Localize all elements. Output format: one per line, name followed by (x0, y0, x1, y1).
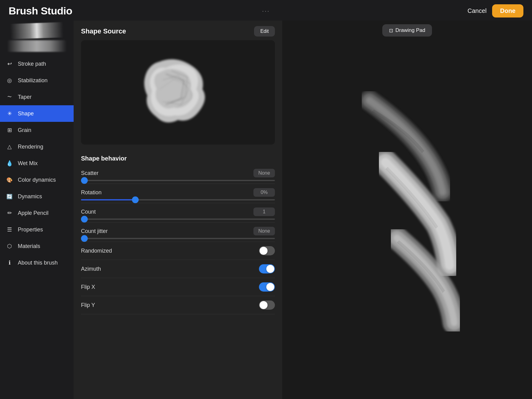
cancel-button[interactable]: Cancel (468, 7, 487, 14)
flip-y-toggle[interactable] (259, 300, 275, 310)
count-slider[interactable] (81, 219, 275, 220)
grain-icon: ⊞ (6, 126, 13, 134)
sidebar: ↩ Stroke path ◎ Stabilization 〜 Taper ✳ … (0, 21, 74, 399)
rotation-slider[interactable] (81, 199, 275, 200)
materials-icon: ⬡ (6, 242, 13, 250)
brush-strokes-canvas (282, 40, 532, 399)
control-count-jitter: Count jitter None (81, 223, 275, 242)
center-panel: Shape Source Edit (74, 21, 282, 399)
drawing-pad-icon: ⊡ (389, 28, 393, 33)
sidebar-label-shape: Shape (18, 110, 34, 117)
rotation-fill (81, 199, 135, 200)
control-scatter: Scatter None (81, 165, 275, 184)
toggle-row-azimuth: Azimuth (81, 260, 275, 278)
app-title: Brush Studio (9, 5, 72, 17)
toggle-row-flip-y: Flip Y (81, 296, 275, 314)
wet-mix-icon: 💧 (6, 159, 13, 167)
sidebar-item-dynamics[interactable]: 🔄 Dynamics (0, 188, 74, 205)
sidebar-label-stroke-path: Stroke path (18, 61, 46, 67)
sidebar-item-rendering[interactable]: △ Rendering (0, 138, 74, 155)
sidebar-item-about[interactable]: ℹ About this brush (0, 254, 74, 271)
scatter-label: Scatter (81, 170, 98, 176)
sidebar-label-color-dynamics: Color dynamics (18, 177, 56, 183)
randomized-label: Randomized (81, 248, 112, 254)
count-jitter-label: Count jitter (81, 228, 108, 234)
toggle-row-flip-x: Flip X (81, 278, 275, 296)
sidebar-item-stabilization[interactable]: ◎ Stabilization (0, 72, 74, 89)
sidebar-label-rendering: Rendering (18, 144, 43, 150)
flip-x-toggle[interactable] (259, 282, 275, 292)
canvas-area[interactable] (282, 40, 532, 399)
sidebar-item-materials[interactable]: ⬡ Materials (0, 238, 74, 254)
top-center: ··· (262, 7, 270, 14)
brush-previews (0, 21, 74, 56)
shape-source-image (81, 40, 275, 145)
color-dynamics-icon: 🎨 (6, 176, 13, 184)
dynamics-icon: 🔄 (6, 192, 13, 200)
drawing-pad-label: Drawing Pad (395, 27, 425, 33)
sidebar-item-apple-pencil[interactable]: ✏ Apple Pencil (0, 205, 74, 221)
brush-blob (135, 49, 221, 135)
count-jitter-value: None (253, 227, 275, 235)
top-actions: Cancel Done (468, 4, 523, 17)
rotation-thumb[interactable] (132, 196, 139, 203)
drawing-area: ⊡ Drawing Pad (282, 21, 532, 399)
behavior-controls: Scatter None Rotation 0% (74, 165, 282, 320)
count-jitter-thumb[interactable] (81, 235, 88, 242)
brush-preview-2 (4, 40, 70, 52)
taper-icon: 〜 (6, 93, 13, 101)
sidebar-nav: ↩ Stroke path ◎ Stabilization 〜 Taper ✳ … (0, 56, 74, 271)
sidebar-label-stabilization: Stabilization (18, 77, 48, 84)
sidebar-label-dynamics: Dynamics (18, 193, 42, 200)
sidebar-item-stroke-path[interactable]: ↩ Stroke path (0, 56, 74, 72)
scatter-slider[interactable] (81, 180, 275, 181)
sidebar-label-materials: Materials (18, 243, 40, 250)
toggle-row-randomized: Randomized (81, 242, 275, 260)
sidebar-label-grain: Grain (18, 127, 31, 134)
sidebar-item-taper[interactable]: 〜 Taper (0, 89, 74, 105)
sidebar-label-wet-mix: Wet Mix (18, 160, 38, 167)
main-layout: ↩ Stroke path ◎ Stabilization 〜 Taper ✳ … (0, 21, 532, 399)
flip-y-label: Flip Y (81, 302, 95, 308)
properties-icon: ☰ (6, 226, 13, 234)
panel-title: Shape Source (81, 27, 126, 35)
count-jitter-slider[interactable] (81, 238, 275, 239)
shape-icon: ✳ (6, 110, 13, 118)
sidebar-label-properties: Properties (18, 227, 43, 233)
rotation-value: 0% (253, 188, 275, 197)
panel-header: Shape Source Edit (74, 21, 282, 40)
done-button[interactable]: Done (492, 4, 523, 17)
brush-preview-1 (3, 22, 70, 40)
apple-pencil-icon: ✏ (6, 209, 13, 217)
sidebar-item-grain[interactable]: ⊞ Grain (0, 122, 74, 138)
sidebar-label-about: About this brush (18, 260, 58, 266)
count-thumb[interactable] (81, 216, 88, 223)
sidebar-label-taper: Taper (18, 94, 32, 100)
drawing-header: ⊡ Drawing Pad (282, 21, 532, 40)
drawing-pad-button[interactable]: ⊡ Drawing Pad (382, 24, 432, 37)
flip-x-knob (266, 283, 274, 291)
randomized-toggle[interactable] (259, 246, 275, 255)
about-icon: ℹ (6, 259, 13, 267)
sidebar-label-apple-pencil: Apple Pencil (18, 210, 48, 216)
more-options-icon: ··· (262, 7, 270, 14)
control-rotation: Rotation 0% (81, 184, 275, 203)
control-count: Count 1 (81, 203, 275, 223)
randomized-knob (260, 247, 268, 255)
stroke-path-icon: ↩ (6, 60, 13, 68)
azimuth-toggle[interactable] (259, 264, 275, 273)
sidebar-item-shape[interactable]: ✳ Shape (0, 105, 74, 122)
flip-x-label: Flip X (81, 284, 95, 290)
sidebar-item-properties[interactable]: ☰ Properties (0, 221, 74, 238)
rotation-label: Rotation (81, 189, 102, 196)
section-title-row: Shape behavior (74, 151, 282, 165)
top-bar: Brush Studio ··· Cancel Done (0, 0, 532, 21)
edit-button[interactable]: Edit (254, 26, 275, 37)
sidebar-item-color-dynamics[interactable]: 🎨 Color dynamics (0, 172, 74, 188)
scatter-thumb[interactable] (81, 177, 88, 184)
azimuth-knob (266, 265, 274, 273)
scatter-value: None (253, 169, 275, 177)
rendering-icon: △ (6, 143, 13, 151)
sidebar-item-wet-mix[interactable]: 💧 Wet Mix (0, 155, 74, 172)
flip-y-knob (260, 301, 268, 309)
